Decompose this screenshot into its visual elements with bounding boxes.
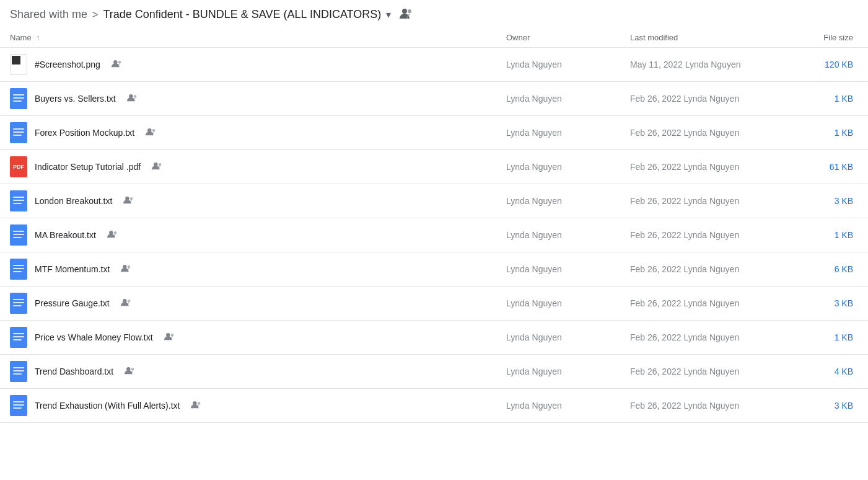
file-modified: Feb 26, 2022 Lynda Nguyen [620,150,794,184]
svg-point-29 [114,231,117,234]
column-file-size[interactable]: File size [794,28,868,48]
file-owner: Lynda Nguyen [496,321,620,355]
file-icon-txt [10,293,27,314]
svg-point-35 [128,265,131,269]
file-owner: Lynda Nguyen [496,218,620,252]
file-modified: Feb 26, 2022 Lynda Nguyen [620,184,794,218]
file-name: London Breakout.txt [35,196,112,206]
shared-icon [107,229,118,238]
table-row[interactable]: Forex Position Mockup.txt Lynda Nguyen F… [0,116,868,150]
breadcrumb-current-folder: Trade Confident - BUNDLE & SAVE (ALL IND… [103,8,381,21]
file-modified: Feb 26, 2022 Lynda Nguyen [620,355,794,389]
file-name-cell: Trend Exhaustion (With Full Alerts).txt [0,389,496,423]
table-row[interactable]: Trend Dashboard.txt Lynda Nguyen Feb 26,… [0,355,868,389]
svg-rect-45 [13,339,22,340]
svg-rect-11 [13,128,24,130]
shared-icon [127,93,138,102]
file-size: 120 KB [794,48,868,82]
file-name: Indicator Setup Tutorial .pdf [35,162,141,172]
table-row[interactable]: #Screenshot.png Lynda Nguyen May 11, 202… [0,48,868,82]
svg-point-1 [408,9,411,13]
svg-rect-43 [13,333,24,334]
file-owner: Lynda Nguyen [496,48,620,82]
svg-rect-39 [13,305,22,306]
file-icon-txt [10,259,27,280]
file-name-cell: MA Breakout.txt [0,218,496,252]
shared-badge [146,127,157,138]
shared-badge [125,366,136,377]
file-modified: Feb 26, 2022 Lynda Nguyen [620,116,794,150]
table-row[interactable]: PDF Indicator Setup Tutorial .pdf Lynda … [0,150,868,184]
svg-point-53 [131,368,134,371]
table-row[interactable]: Price vs Whale Money Flow.txt Lynda Nguy… [0,321,868,355]
file-name: Trend Exhaustion (With Full Alerts).txt [35,401,180,411]
shared-badge [164,332,175,343]
svg-rect-20 [13,200,24,201]
file-name: MTF Momentum.txt [35,264,110,274]
file-name-cell: Trend Dashboard.txt [0,355,496,389]
file-name-cell: Pressure Gauge.txt [0,287,496,321]
file-owner: Lynda Nguyen [496,389,620,423]
svg-rect-56 [13,404,24,406]
table-row[interactable]: Buyers vs. Sellers.txt Lynda Nguyen Feb … [0,82,868,116]
file-modified: May 11, 2022 Lynda Nguyen [620,48,794,82]
shared-icon [121,298,132,306]
file-owner: Lynda Nguyen [496,150,620,184]
file-modified: Feb 26, 2022 Lynda Nguyen [620,252,794,287]
svg-point-23 [130,197,133,200]
svg-point-15 [152,129,156,132]
svg-rect-55 [13,401,24,402]
file-icon-png [10,54,27,75]
svg-rect-51 [13,373,22,375]
breadcrumb-separator: > [92,9,98,20]
svg-rect-6 [13,97,24,99]
svg-rect-12 [13,131,24,133]
file-icon-txt [10,190,27,211]
file-name-cell: PDF Indicator Setup Tutorial .pdf [0,150,496,184]
dropdown-icon[interactable]: ▾ [386,9,391,20]
file-size: 3 KB [794,184,868,218]
breadcrumb-shared-with-me[interactable]: Shared with me [10,8,87,21]
file-size: 1 KB [794,82,868,116]
file-owner: Lynda Nguyen [496,184,620,218]
file-owner: Lynda Nguyen [496,355,620,389]
file-size: 1 KB [794,321,868,355]
table-row[interactable]: London Breakout.txt Lynda Nguyen Feb 26,… [0,184,868,218]
file-owner: Lynda Nguyen [496,116,620,150]
file-size: 1 KB [794,218,868,252]
column-owner[interactable]: Owner [496,28,620,48]
column-name[interactable]: Name ↑ [0,28,496,48]
column-last-modified[interactable]: Last modified [620,28,794,48]
svg-rect-25 [13,231,24,232]
file-name: MA Breakout.txt [35,230,96,240]
file-owner: Lynda Nguyen [496,287,620,321]
shared-badge [123,195,134,207]
file-name: Price vs Whale Money Flow.txt [35,332,153,342]
shared-badge [127,93,138,104]
svg-point-17 [159,163,162,166]
svg-point-9 [134,95,137,98]
table-row[interactable]: MTF Momentum.txt Lynda Nguyen Feb 26, 20… [0,252,868,287]
svg-rect-44 [13,336,24,337]
svg-rect-37 [13,299,24,300]
file-name: Trend Dashboard.txt [35,367,113,376]
sort-icon: ↑ [36,33,40,42]
shared-icon [123,195,134,204]
table-row[interactable]: Pressure Gauge.txt Lynda Nguyen Feb 26, … [0,287,868,321]
svg-rect-49 [13,367,24,368]
svg-rect-27 [13,237,22,238]
file-owner: Lynda Nguyen [496,252,620,287]
table-row[interactable]: MA Breakout.txt Lynda Nguyen Feb 26, 202… [0,218,868,252]
svg-point-41 [127,300,130,303]
file-modified: Feb 26, 2022 Lynda Nguyen [620,82,794,116]
file-table: Name ↑ Owner Last modified File size #Sc… [0,28,868,423]
people-icon[interactable] [400,7,413,22]
shared-icon [125,366,136,375]
table-row[interactable]: Trend Exhaustion (With Full Alerts).txt … [0,389,868,423]
file-icon-txt [10,88,27,109]
file-size: 61 KB [794,150,868,184]
shared-icon [164,332,175,340]
breadcrumb: Shared with me > Trade Confident - BUNDL… [0,0,868,28]
svg-point-47 [170,334,173,337]
file-size: 3 KB [794,287,868,321]
